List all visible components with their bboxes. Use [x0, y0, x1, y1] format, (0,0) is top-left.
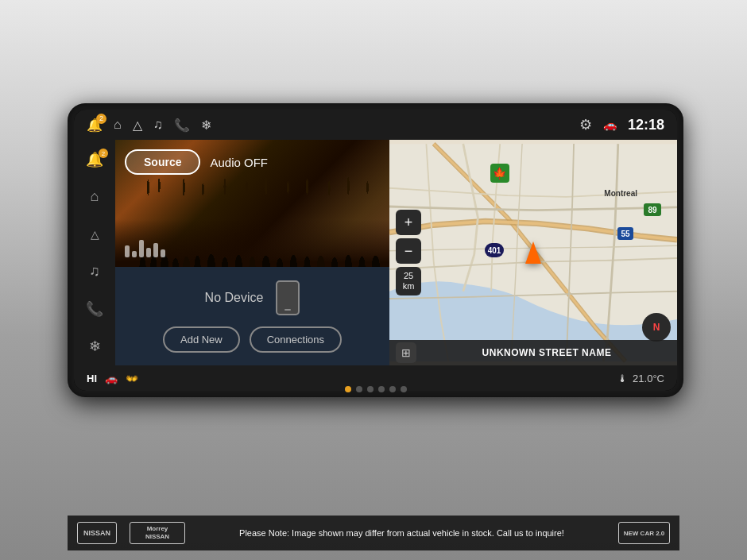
eq-bar-2	[132, 251, 137, 257]
navigation-arrow	[525, 241, 541, 264]
map-bottom-bar: ⊞ UNKNOWN STREET NAME	[389, 340, 677, 365]
newcar-logo: NEW CAR 2.0	[618, 522, 670, 544]
source-button[interactable]: Source	[125, 149, 200, 175]
compass-indicator: N	[642, 313, 671, 342]
notice-text: Please Note: Image shown may differ from…	[185, 528, 618, 538]
morrey-logo-text: MorreyNISSAN	[145, 525, 169, 540]
source-controls-row: Source Audio OFF	[125, 149, 380, 175]
eq-bar-6	[161, 249, 165, 257]
temperature-display: 🌡 21.0°C	[617, 373, 664, 384]
eq-bar-3	[139, 240, 144, 257]
clock-display: 12:18	[628, 117, 664, 133]
eq-bar-4	[146, 248, 151, 257]
screen-display: 🔔 2 ⌂ △ ♫ 📞 ❄ ⚙ 🚗 12:18 🔔 2	[74, 110, 677, 391]
zoom-in-button[interactable]: +	[396, 210, 421, 235]
newcar-logo-text: NEW CAR 2.0	[624, 530, 665, 537]
notification-bell-icon[interactable]: 🔔 2	[87, 118, 103, 133]
gear-settings-icon[interactable]: ⚙	[579, 116, 592, 133]
home-status-icon[interactable]: ⌂	[114, 118, 122, 132]
sidebar-phone-icon[interactable]: 📞	[80, 297, 109, 320]
music-status-icon[interactable]: ♫	[153, 118, 163, 132]
car-status-icon: 🚗	[603, 118, 617, 131]
add-new-button[interactable]: Add New	[163, 326, 240, 353]
map-menu-button[interactable]: ⊞	[396, 342, 416, 363]
screen-bezel: 🔔 2 ⌂ △ ♫ 📞 ❄ ⚙ 🚗 12:18 🔔 2	[68, 103, 683, 397]
hands-icon: 👐	[126, 373, 138, 384]
status-bar: 🔔 2 ⌂ △ ♫ 📞 ❄ ⚙ 🚗 12:18	[74, 110, 677, 140]
nav-status-icon[interactable]: △	[133, 118, 142, 133]
street-name-display: UNKNOWN STREET NAME	[423, 347, 671, 358]
morrey-logo: MorreyNISSAN	[130, 522, 185, 544]
scale-unit: km	[403, 281, 415, 292]
action-buttons-row: Add New Connections	[163, 326, 342, 353]
notification-badge: 2	[96, 114, 106, 124]
zoom-out-button[interactable]: −	[396, 238, 421, 264]
greeting-text: HI	[87, 373, 97, 384]
no-device-row: No Device	[128, 280, 377, 315]
map-controls: + − 25 km	[396, 210, 421, 295]
sidebar-music-icon[interactable]: ♫	[80, 260, 109, 283]
audio-status-text: Audio OFF	[210, 156, 268, 169]
notice-bar: NISSAN MorreyNISSAN Please Note: Image s…	[68, 516, 679, 550]
main-content-area: 🔔 2 ⌂ △ ♫ 📞 ❄ Source	[74, 140, 677, 365]
phone-status-icon[interactable]: 📞	[174, 118, 190, 133]
sidebar-badge: 2	[99, 149, 108, 158]
scale-value: 25	[404, 271, 413, 281]
audio-panel: Source Audio OFF No Device	[115, 140, 389, 365]
fan-status-icon[interactable]: ❄	[201, 118, 211, 133]
phone-device-icon	[276, 280, 300, 315]
notice-logos-left: NISSAN MorreyNISSAN	[77, 522, 185, 544]
sidebar-fan-icon[interactable]: ❄	[80, 334, 109, 357]
eq-bar-1	[125, 245, 130, 257]
equalizer-bars	[125, 234, 165, 257]
audio-device-panel: No Device Add New Connections	[115, 267, 389, 365]
highway-55-shield: 55	[617, 227, 633, 240]
left-sidebar: 🔔 2 ⌂ △ ♫ 📞 ❄	[74, 140, 115, 365]
nissan-logo: NISSAN	[77, 522, 117, 544]
montreal-label: Montreal	[604, 189, 637, 198]
temperature-value: 21.0°C	[633, 373, 664, 384]
audio-concert-bg: Source Audio OFF	[115, 140, 389, 267]
bottom-left-info: HI 🚗 👐	[87, 373, 138, 384]
status-right-info: ⚙ 🚗 12:18	[579, 116, 664, 133]
map-panel: 🍁 Montreal 55 401 89 + − 25 km	[389, 140, 677, 365]
steering-wheel-icon: 🚗	[105, 373, 118, 384]
thermometer-icon: 🌡	[617, 373, 628, 384]
highway-401-shield: 401	[485, 243, 504, 257]
canada-flag-marker: 🍁	[490, 164, 509, 183]
sidebar-notification-icon[interactable]: 🔔 2	[80, 148, 109, 171]
connections-button[interactable]: Connections	[250, 326, 342, 353]
no-device-text: No Device	[205, 291, 264, 305]
eq-bar-5	[153, 243, 158, 257]
scale-button[interactable]: 25 km	[396, 267, 421, 295]
highway-89-shield: 89	[644, 203, 661, 216]
status-left-icons: 🔔 2 ⌂ △ ♫ 📞 ❄	[87, 118, 211, 133]
sidebar-nav-icon[interactable]: △	[80, 222, 109, 245]
nissan-logo-text: NISSAN	[83, 529, 110, 537]
sidebar-home-icon[interactable]: ⌂	[80, 185, 109, 208]
